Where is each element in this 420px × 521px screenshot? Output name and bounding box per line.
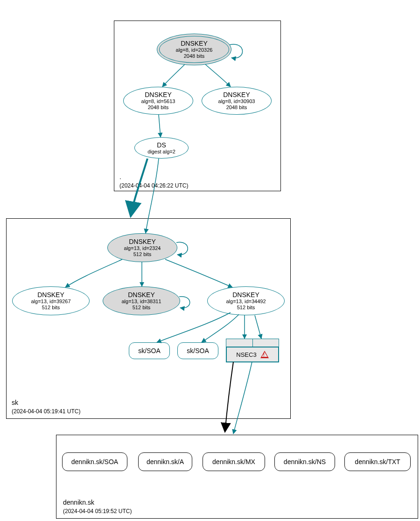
node-root-ksk: DNSKEY alg=8, id=20326 2048 bits xyxy=(157,34,231,65)
node-d-txt-label: dennikn.sk/TXT xyxy=(355,458,400,465)
node-sk-ksk: DNSKEY alg=13, id=2324 512 bits xyxy=(107,233,177,262)
node-sk-soa2-label: sk/SOA xyxy=(187,347,209,354)
zone-sk-ts: (2024-04-04 05:19:41 UTC) xyxy=(12,408,80,415)
zone-dom-name: dennikn.sk xyxy=(63,499,94,506)
node-sk-a-l1: alg=13, id=39267 xyxy=(31,299,70,305)
node-sk-c-title: DNSKEY xyxy=(232,291,259,299)
node-sk-b: DNSKEY alg=13, id=38311 512 bits xyxy=(103,286,180,315)
node-sk-a-title: DNSKEY xyxy=(37,291,64,299)
node-sk-b-title: DNSKEY xyxy=(128,291,155,299)
node-d-soa-label: dennikn.sk/SOA xyxy=(71,458,118,465)
node-root-zsk2: DNSKEY alg=8, id=30903 2048 bits xyxy=(202,87,272,115)
node-root-zsk2-l1: alg=8, id=30903 xyxy=(218,98,255,104)
zone-dom-label: dennikn.sk (2024-04-04 05:19:52 UTC) xyxy=(63,498,132,515)
node-sk-c-l2: 512 bits xyxy=(237,305,255,311)
node-sk-c: DNSKEY alg=13, id=34492 512 bits xyxy=(207,286,285,315)
node-sk-a-l2: 512 bits xyxy=(42,305,60,311)
warning-icon: ! xyxy=(260,351,269,358)
node-d-mx: dennikn.sk/MX xyxy=(203,452,265,471)
node-sk-soa1-label: sk/SOA xyxy=(138,347,160,354)
node-sk-b-l2: 512 bits xyxy=(133,305,151,311)
zone-sk-label: sk (2024-04-04 05:19:41 UTC) xyxy=(12,398,80,416)
node-d-ns-label: dennikn.sk/NS xyxy=(284,458,326,465)
node-root-zsk1-l1: alg=8, id=5613 xyxy=(141,98,175,104)
node-d-txt: dennikn.sk/TXT xyxy=(344,452,411,471)
node-root-ds: DS digest alg=2 xyxy=(134,137,189,159)
node-root-ksk-l2: 2048 bits xyxy=(184,53,205,59)
node-sk-soa1: sk/SOA xyxy=(129,342,170,359)
node-sk-a: DNSKEY alg=13, id=39267 512 bits xyxy=(12,286,90,315)
node-nsec3: NSEC3 ! xyxy=(226,339,279,362)
node-root-zsk2-title: DNSKEY xyxy=(223,91,250,98)
node-sk-c-l1: alg=13, id=34492 xyxy=(226,299,266,305)
zone-root-name: . xyxy=(119,173,121,181)
zone-sk-name: sk xyxy=(12,399,18,406)
node-root-zsk1-title: DNSKEY xyxy=(145,91,172,98)
zone-root-label: . (2024-04-04 04:26:22 UTC) xyxy=(119,173,188,190)
node-root-zsk1-l2: 2048 bits xyxy=(148,104,169,111)
node-root-zsk1: DNSKEY alg=8, id=5613 2048 bits xyxy=(123,87,193,115)
node-d-a-label: dennikn.sk/A xyxy=(147,458,184,465)
node-sk-soa2: sk/SOA xyxy=(177,342,218,359)
zone-dom-ts: (2024-04-04 05:19:52 UTC) xyxy=(63,508,132,514)
node-sk-ksk-l2: 512 bits xyxy=(133,251,152,257)
node-root-ds-title: DS xyxy=(157,141,166,149)
zone-root-ts: (2024-04-04 04:26:22 UTC) xyxy=(119,182,188,189)
node-nsec3-label: NSEC3 xyxy=(236,351,256,358)
node-root-ksk-l1: alg=8, id=20326 xyxy=(176,47,213,53)
node-root-ds-l1: digest alg=2 xyxy=(147,149,175,155)
node-root-zsk2-l2: 2048 bits xyxy=(226,104,247,111)
node-d-soa: dennikn.sk/SOA xyxy=(62,452,127,471)
node-d-a: dennikn.sk/A xyxy=(138,452,192,471)
node-sk-ksk-title: DNSKEY xyxy=(129,238,156,245)
node-sk-b-l1: alg=13, id=38311 xyxy=(121,299,161,305)
node-sk-ksk-l1: alg=13, id=2324 xyxy=(124,245,161,251)
node-d-mx-label: dennikn.sk/MX xyxy=(212,458,255,465)
node-root-ksk-title: DNSKEY xyxy=(181,40,208,47)
node-d-ns: dennikn.sk/NS xyxy=(274,452,335,471)
